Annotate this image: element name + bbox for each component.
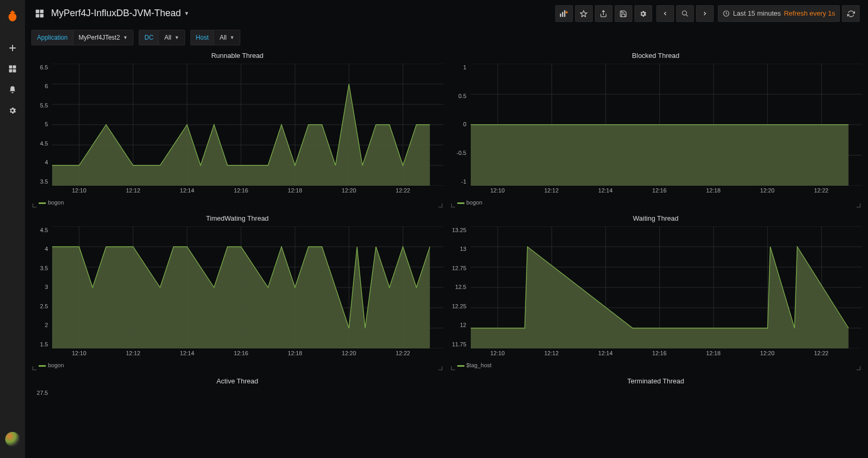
variable-application[interactable]: Application MyPerf4JTest2▼ xyxy=(31,30,133,45)
dashboard-list-icon[interactable] xyxy=(31,5,48,22)
resize-handle[interactable] xyxy=(32,366,36,370)
svg-point-11 xyxy=(682,11,687,15)
legend-swatch xyxy=(457,365,464,367)
variable-value: All xyxy=(164,33,171,42)
svg-rect-3 xyxy=(13,69,16,73)
variable-label: DC xyxy=(139,30,158,45)
resize-handle[interactable] xyxy=(857,203,861,208)
star-button[interactable] xyxy=(575,5,593,22)
svg-rect-4 xyxy=(36,10,40,14)
resize-handle[interactable] xyxy=(857,366,861,370)
variable-value: All xyxy=(219,33,226,42)
variable-label: Application xyxy=(32,30,73,45)
chart-legend: bogon xyxy=(39,197,444,209)
resize-handle[interactable] xyxy=(438,366,443,370)
dashboard-title-text: MyPerf4J-InfluxDB-JVM-Thead xyxy=(51,7,181,20)
time-back-button[interactable] xyxy=(656,5,674,22)
chevron-down-icon: ▼ xyxy=(123,34,128,41)
dashboard-title[interactable]: MyPerf4J-InfluxDB-JVM-Thead ▼ xyxy=(51,7,189,20)
variable-label: Host xyxy=(191,30,214,45)
add-panel-button[interactable] xyxy=(555,5,573,22)
panel-title: Waiting Thread xyxy=(450,211,862,226)
template-variables: Application MyPerf4JTest2▼ DC All▼ Host … xyxy=(25,27,868,48)
configuration-icon[interactable] xyxy=(0,100,25,121)
time-forward-button[interactable] xyxy=(696,5,714,22)
svg-rect-1 xyxy=(13,65,16,68)
svg-rect-9 xyxy=(562,12,563,17)
panel-terminated-thread: Terminated Thread xyxy=(450,373,862,392)
settings-button[interactable] xyxy=(634,5,652,22)
chart-legend: $tag_host xyxy=(457,360,862,371)
user-avatar[interactable] xyxy=(5,432,20,447)
legend-swatch xyxy=(39,202,46,204)
alerting-icon[interactable] xyxy=(0,79,25,100)
refresh-interval-label: Refresh every 1s xyxy=(784,9,835,18)
panel-title: Active Thread xyxy=(31,373,444,389)
svg-rect-2 xyxy=(9,69,12,73)
panel-title: Terminated Thread xyxy=(450,373,862,389)
legend-swatch xyxy=(39,365,46,367)
legend-label: bogon xyxy=(48,199,64,207)
dashboard-header: MyPerf4J-InfluxDB-JVM-Thead ▼ xyxy=(25,0,868,27)
legend-label: bogon xyxy=(467,199,483,207)
panel-blocked-thread: Blocked Thread10.50-0.5-1 12:1012:1212:1… xyxy=(450,48,862,209)
create-icon[interactable] xyxy=(0,38,25,58)
resize-handle[interactable] xyxy=(451,366,455,370)
share-button[interactable] xyxy=(595,5,613,22)
svg-rect-0 xyxy=(9,65,12,68)
panel-title: TimedWating Thread xyxy=(31,211,444,226)
panel-active-thread: Active Thread 27.5 xyxy=(31,373,444,392)
svg-rect-10 xyxy=(564,10,565,17)
nav-sidebar xyxy=(0,0,25,458)
legend-label: $tag_host xyxy=(467,361,492,369)
panel-title: Runnable Thread xyxy=(31,48,444,64)
legend-swatch xyxy=(457,202,464,204)
variable-value: MyPerf4JTest2 xyxy=(79,33,120,42)
svg-rect-8 xyxy=(560,14,561,17)
time-range-picker[interactable]: Last 15 minutes Refresh every 1s xyxy=(718,5,840,22)
resize-handle[interactable] xyxy=(451,203,455,208)
dashboards-icon[interactable] xyxy=(0,58,25,79)
panel-title: Blocked Thread xyxy=(450,48,862,64)
legend-label: bogon xyxy=(48,361,64,369)
panel-waiting-thread: Waiting Thread13.251312.7512.512.251211.… xyxy=(450,211,862,371)
svg-rect-6 xyxy=(36,14,40,18)
refresh-button[interactable] xyxy=(842,5,860,22)
chevron-down-icon: ▼ xyxy=(184,10,189,17)
chevron-down-icon: ▼ xyxy=(175,34,179,41)
grafana-logo[interactable] xyxy=(5,8,20,23)
panel-runnable-thread: Runnable Thread6.565.554.543.5 12:1012:1… xyxy=(31,48,444,209)
chart-legend: bogon xyxy=(457,197,862,209)
svg-rect-7 xyxy=(40,14,44,18)
save-button[interactable] xyxy=(615,5,632,22)
zoom-out-button[interactable] xyxy=(676,5,694,22)
svg-rect-5 xyxy=(40,10,44,14)
chart-legend: bogon xyxy=(39,360,444,371)
resize-handle[interactable] xyxy=(438,203,443,208)
resize-handle[interactable] xyxy=(32,203,36,208)
variable-host[interactable]: Host All▼ xyxy=(190,30,240,45)
chevron-down-icon: ▼ xyxy=(230,34,235,41)
panel-timedwaiting-thread: TimedWating Thread4.543.532.521.5 12:101… xyxy=(31,211,444,371)
variable-dc[interactable]: DC All▼ xyxy=(139,30,185,45)
time-range-label: Last 15 minutes xyxy=(733,9,781,18)
